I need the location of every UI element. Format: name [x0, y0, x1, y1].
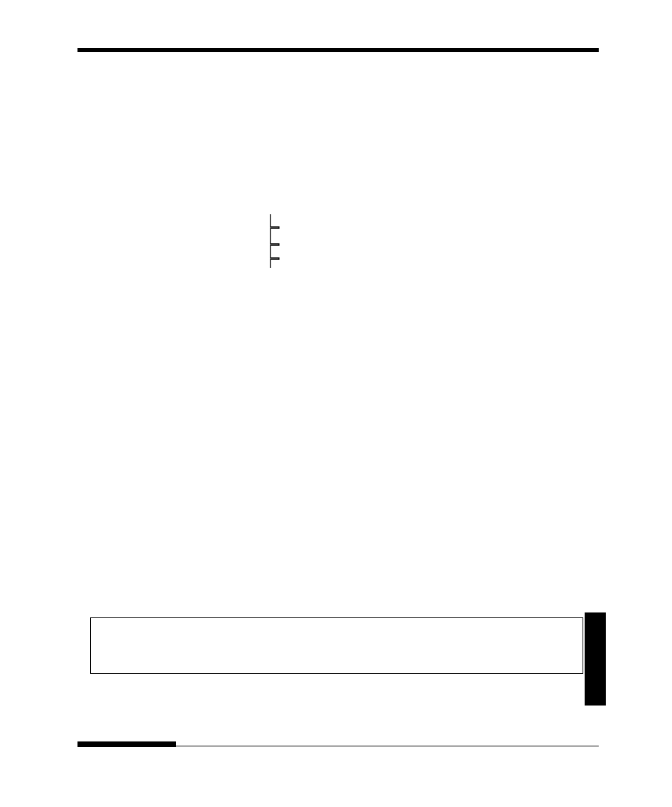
document-page: [0, 0, 672, 807]
bottom-divider: [77, 741, 599, 747]
bottom-thick-segment: [77, 741, 176, 747]
content-outline-box: [90, 617, 583, 674]
glyph-path: [270, 214, 279, 268]
top-horizontal-rule: [77, 48, 599, 52]
stepped-line-glyph: [266, 214, 283, 268]
right-margin-tab: [585, 612, 606, 706]
